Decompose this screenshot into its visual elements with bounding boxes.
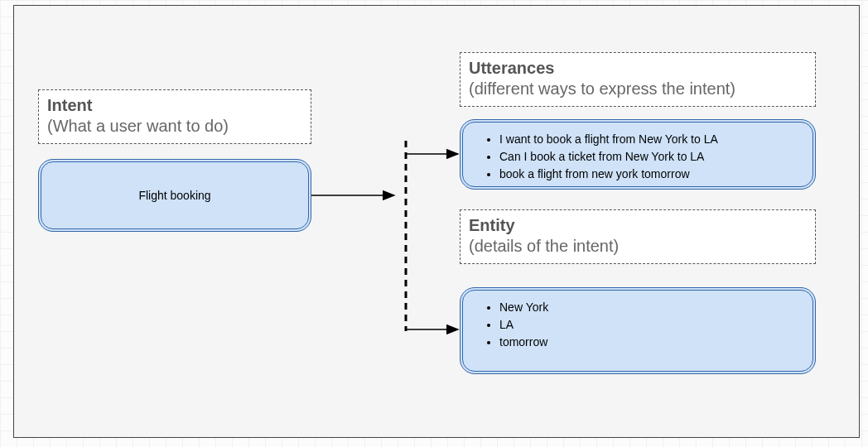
entity-list-box: New York LA tomorrow	[460, 287, 816, 374]
entity-header-box: Entity (details of the intent)	[460, 209, 816, 264]
list-item: book a flight from new york tomorrow	[499, 166, 806, 183]
intent-title: Intent	[47, 95, 302, 116]
utterances-title: Utterances	[469, 58, 807, 79]
list-item: LA	[499, 316, 806, 334]
list-item: Can I book a ticket from New York to LA	[499, 148, 806, 166]
intent-value-text: Flight booking	[48, 166, 301, 225]
utterances-list-box: I want to book a flight from New York to…	[460, 119, 816, 190]
intent-header-box: Intent (What a user want to do)	[38, 89, 311, 144]
utterances-subtitle: (different ways to express the intent)	[469, 79, 807, 99]
utterances-header-box: Utterances (different ways to express th…	[460, 52, 816, 107]
list-item: New York	[499, 299, 806, 316]
entity-title: Entity	[469, 215, 807, 236]
entity-list: New York LA tomorrow	[470, 299, 806, 351]
list-item: I want to book a flight from New York to…	[499, 131, 806, 148]
list-item: tomorrow	[499, 334, 806, 351]
entity-subtitle: (details of the intent)	[469, 236, 807, 257]
utterances-list: I want to book a flight from New York to…	[470, 131, 806, 183]
intent-value-box: Flight booking	[38, 159, 311, 232]
intent-subtitle: (What a user want to do)	[47, 116, 302, 137]
